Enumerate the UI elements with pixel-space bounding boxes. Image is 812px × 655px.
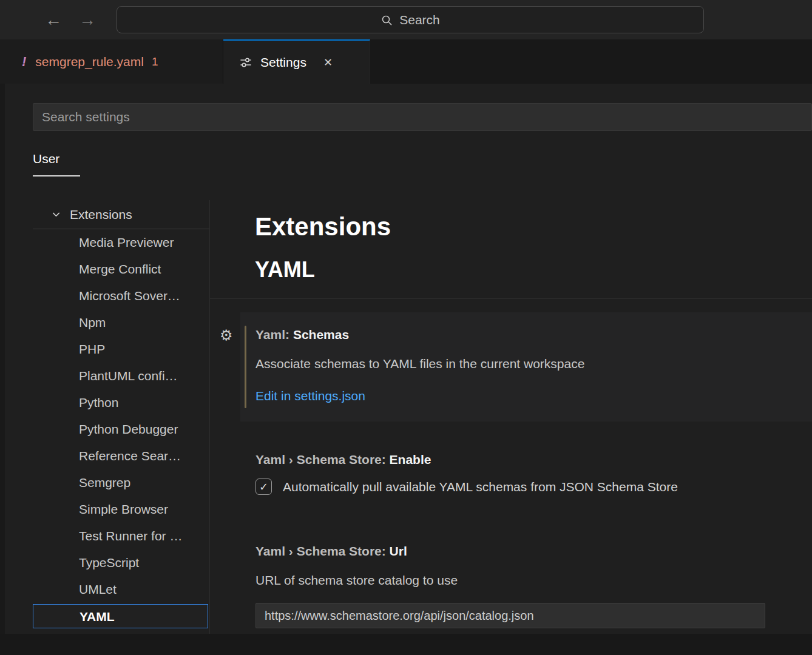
toc-root-label: Extensions <box>70 207 132 222</box>
toc-item-python[interactable]: Python <box>33 389 209 416</box>
section-title: YAML <box>255 257 812 283</box>
gear-icon[interactable]: ⚙ <box>220 327 233 344</box>
tab-label: Settings <box>260 55 306 70</box>
setting-category: Yaml › Schema Store: <box>255 544 390 558</box>
tab-settings[interactable]: Settings ✕ <box>223 39 370 84</box>
settings-search-input[interactable] <box>33 103 812 131</box>
settings-editor: User Extensions Media Previewer Merge Co… <box>0 84 812 634</box>
page-title: Extensions <box>255 212 812 241</box>
setting-title: Yaml › Schema Store: Url <box>255 543 796 559</box>
exclamation-file-icon: ! <box>22 54 26 70</box>
tab-bar: ! semgrep_rule.yaml 1 Settings ✕ <box>0 39 812 84</box>
toc-item-media-previewer[interactable]: Media Previewer <box>33 229 209 256</box>
setting-description: URL of schema store catalog to use <box>255 573 796 588</box>
setting-category: Yaml: <box>255 328 293 341</box>
toc-item-umlet[interactable]: UMLet <box>33 576 209 603</box>
toc-item-npm[interactable]: Npm <box>33 309 209 336</box>
toc-item-test-runner[interactable]: Test Runner for … <box>33 523 209 549</box>
setting-label: Schemas <box>293 328 349 341</box>
titlebar: ← → Search <box>0 0 812 39</box>
toc-item-yaml[interactable]: YAML <box>33 604 208 628</box>
setting-yaml-schemas[interactable]: ⚙ Yaml: Schemas Associate schemas to YAM… <box>240 312 812 422</box>
vscode-window: ← → Search ! semgrep_rule.yaml 1 Setting… <box>0 0 812 655</box>
bottom-panel-strip <box>0 634 812 655</box>
command-center-label: Search <box>399 13 440 27</box>
setting-label: Enable <box>390 452 431 466</box>
toc-item-simple-browser[interactable]: Simple Browser <box>33 496 209 523</box>
boolean-setting-row: ✓ Automatically pull available YAML sche… <box>255 479 796 495</box>
toc-item-plantuml[interactable]: PlantUML confi… <box>33 363 209 389</box>
setting-label: Url <box>390 544 407 558</box>
setting-title: Yaml: Schemas <box>255 327 796 343</box>
toc-item-typescript[interactable]: TypeScript <box>33 549 209 576</box>
schema-store-url-input[interactable] <box>255 603 765 628</box>
setting-description: Associate schemas to YAML files in the c… <box>255 356 796 372</box>
toc-item-python-debugger[interactable]: Python Debugger <box>33 416 209 443</box>
edit-in-settings-json-link[interactable]: Edit in settings.json <box>255 389 365 403</box>
search-icon <box>381 14 393 26</box>
setting-description: Automatically pull available YAML schema… <box>283 480 678 494</box>
setting-schema-store-enable[interactable]: Yaml › Schema Store: Enable ✓ Automatica… <box>240 437 812 511</box>
toc-item-semgrep[interactable]: Semgrep <box>33 469 209 496</box>
toc-item-microsoft-sovereign[interactable]: Microsoft Sover… <box>33 283 209 309</box>
problem-count-badge: 1 <box>152 55 158 69</box>
settings-content: Extensions YAML ⚙ Yaml: Schemas Associat… <box>210 200 812 634</box>
back-arrow-icon[interactable]: ← <box>45 12 62 29</box>
settings-sliders-icon <box>239 56 252 69</box>
checkbox-checked[interactable]: ✓ <box>255 479 272 495</box>
settings-scope-tabs: User <box>33 152 80 176</box>
settings-toc: Extensions Media Previewer Merge Conflic… <box>33 200 209 634</box>
setting-category: Yaml › Schema Store: <box>255 452 390 466</box>
settings-list: ⚙ Yaml: Schemas Associate schemas to YAM… <box>210 299 812 634</box>
chevron-down-icon <box>51 209 61 220</box>
editor-left-gutter <box>0 84 5 655</box>
forward-arrow-icon[interactable]: → <box>79 12 96 29</box>
toc-item-merge-conflict[interactable]: Merge Conflict <box>33 256 209 283</box>
command-center-search[interactable]: Search <box>117 6 704 33</box>
close-icon[interactable]: ✕ <box>323 56 333 69</box>
toc-item-php[interactable]: PHP <box>33 336 209 363</box>
check-icon: ✓ <box>259 480 268 494</box>
toc-item-reference-search[interactable]: Reference Sear… <box>33 443 209 469</box>
tab-label: semgrep_rule.yaml <box>35 55 144 69</box>
settings-body: Extensions Media Previewer Merge Conflic… <box>0 200 812 634</box>
toc-item-extensions[interactable]: Extensions <box>33 200 209 229</box>
tab-semgrep-rule-yaml[interactable]: ! semgrep_rule.yaml 1 <box>0 39 223 84</box>
setting-title: Yaml › Schema Store: Enable <box>255 452 796 468</box>
tab-user-scope[interactable]: User <box>33 152 80 176</box>
setting-schema-store-url[interactable]: Yaml › Schema Store: Url URL of schema s… <box>240 529 812 634</box>
